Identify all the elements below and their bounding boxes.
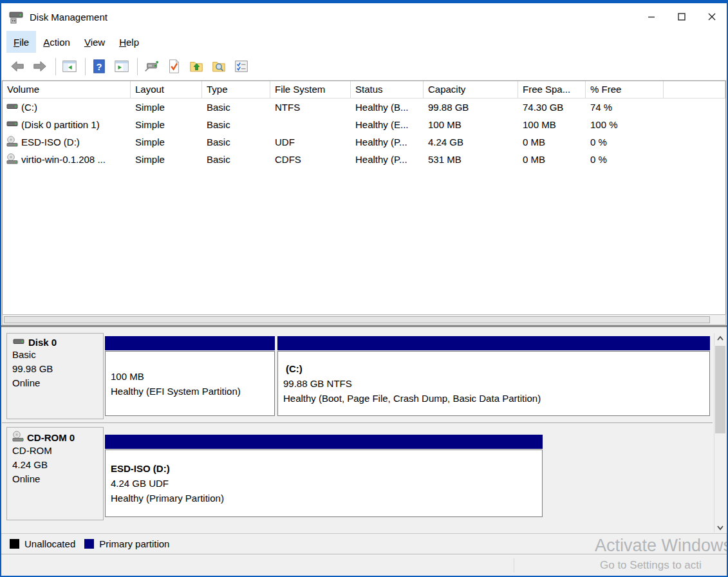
cell-type: Basic [202, 119, 270, 130]
column-header-pct-free[interactable]: % Free [586, 81, 664, 98]
volume-list: Volume Layout Type File System Status Ca… [2, 80, 726, 314]
toolbar-separator [137, 58, 138, 75]
horizontal-scrollbar[interactable] [2, 314, 726, 325]
volume-name: ESD-ISO (D:) [21, 137, 80, 147]
column-header-volume[interactable]: Volume [3, 81, 131, 98]
folder-search-icon[interactable] [210, 58, 227, 75]
table-row[interactable]: (Disk 0 partition 1) Simple Basic Health… [3, 116, 725, 133]
svg-text:?: ? [96, 62, 102, 72]
menu-help[interactable]: Help [112, 31, 146, 53]
minimize-button[interactable] [636, 3, 666, 30]
toolbar: ? [1, 53, 727, 80]
cell-capacity: 99.88 GB [424, 102, 518, 113]
primary-partition-swatch [84, 539, 94, 549]
column-header-layout[interactable]: Layout [131, 81, 202, 98]
table-row[interactable]: ESD-ISO (D:) Simple Basic UDF Healthy (P… [3, 133, 725, 151]
cell-layout: Simple [131, 137, 202, 147]
horizontal-scrollbar-thumb[interactable] [4, 316, 710, 323]
toolbar-separator [55, 58, 56, 75]
show-console-tree-icon[interactable] [61, 58, 78, 75]
disk-status: Online [12, 472, 103, 486]
maximize-button[interactable] [666, 3, 696, 30]
rescan-disks-icon[interactable] [143, 58, 160, 75]
partition-size: 99.88 GB NTFS [283, 376, 709, 391]
cell-capacity: 531 MB [424, 154, 518, 165]
back-icon[interactable] [9, 58, 26, 75]
disk-size: 99.98 GB [12, 362, 103, 376]
check-document-icon[interactable] [165, 58, 182, 75]
volume-name: virtio-win-0.1.208 ... [21, 154, 106, 165]
legend-label: Primary partition [99, 538, 169, 549]
cell-layout: Simple [131, 102, 202, 113]
cd-rom-icon [12, 431, 24, 444]
partition-c[interactable]: (C:) 99.88 GB NTFS Healthy (Boot, Page F… [277, 336, 710, 416]
help-icon[interactable]: ? [91, 58, 107, 75]
window-title: Disk Management [30, 12, 107, 23]
properties-checklist-icon[interactable] [233, 58, 250, 75]
partition-esd-iso[interactable]: ESD-ISO (D:) 4.24 GB UDF Healthy (Primar… [105, 435, 543, 517]
cell-layout: Simple [131, 154, 202, 165]
partition-efi[interactable]: 100 MB Healthy (EFI System Partition) [105, 336, 275, 416]
menu-file[interactable]: File [6, 31, 36, 53]
disk-name: Disk 0 [28, 337, 57, 348]
close-button[interactable] [696, 3, 727, 30]
cell-file-system: UDF [270, 137, 351, 147]
disk0-label-panel[interactable]: Disk 0 Basic 99.98 GB Online [6, 333, 104, 419]
cell-status: Healthy (P... [351, 154, 424, 165]
column-header-blank[interactable] [664, 81, 725, 98]
toolbar-separator [85, 58, 86, 75]
partition-status: Healthy (EFI System Partition) [111, 384, 274, 399]
cell-capacity: 4.24 GB [424, 137, 518, 147]
table-row[interactable]: (C:) Simple Basic NTFS Healthy (B... 99.… [3, 99, 725, 116]
vertical-scrollbar-thumb[interactable] [715, 346, 725, 433]
column-header-capacity[interactable]: Capacity [424, 81, 518, 98]
partition-color-band [105, 435, 543, 449]
show-action-pane-icon[interactable] [113, 58, 130, 75]
cell-free-space: 0 MB [518, 154, 586, 165]
column-header-free-space[interactable]: Free Spa... [518, 81, 586, 98]
cell-pct-free: 0 % [586, 137, 664, 147]
disk-name: CD-ROM 0 [27, 432, 75, 443]
folder-up-icon[interactable] [188, 58, 205, 75]
cell-file-system: NTFS [270, 102, 351, 113]
forward-icon[interactable] [32, 58, 48, 75]
scroll-down-icon[interactable] [714, 522, 726, 533]
hard-disk-icon [6, 102, 18, 113]
cell-file-system: CDFS [270, 154, 351, 165]
volume-list-header: Volume Layout Type File System Status Ca… [3, 81, 725, 99]
vertical-scrollbar[interactable] [714, 333, 726, 533]
window-controls [636, 3, 727, 30]
hard-disk-icon [6, 119, 18, 130]
graphical-view: Disk 0 Basic 99.98 GB Online 100 MB Heal… [2, 327, 726, 533]
disk-management-app-icon [9, 11, 23, 24]
scroll-up-icon[interactable] [714, 333, 726, 344]
cell-free-space: 74.30 GB [518, 102, 586, 113]
column-header-status[interactable]: Status [351, 81, 424, 98]
cell-capacity: 100 MB [424, 119, 518, 130]
cdrom0-label-panel[interactable]: CD-ROM 0 CD-ROM 4.24 GB Online [6, 427, 104, 520]
disk-kind: CD-ROM [12, 444, 103, 458]
cell-status: Healthy (B... [351, 102, 424, 113]
disk-row-separator [2, 422, 713, 423]
cell-type: Basic [202, 137, 270, 147]
legend-label: Unallocated [24, 538, 75, 549]
column-header-file-system[interactable]: File System [270, 81, 351, 98]
partition-color-band [105, 336, 275, 350]
cell-type: Basic [202, 154, 270, 165]
partition-size: 4.24 GB UDF [111, 476, 542, 491]
status-bar-divider [514, 558, 514, 572]
partition-name: ESD-ISO (D:) [111, 461, 542, 476]
partition-size: 100 MB [111, 369, 274, 384]
menu-view[interactable]: View [77, 31, 112, 53]
disk-status: Online [12, 376, 103, 390]
menu-action[interactable]: Action [36, 31, 77, 53]
disk-kind: Basic [12, 348, 103, 362]
table-row[interactable]: virtio-win-0.1.208 ... Simple Basic CDFS… [3, 151, 725, 168]
cell-layout: Simple [131, 119, 202, 130]
cd-rom-icon [6, 153, 18, 166]
column-header-type[interactable]: Type [202, 81, 270, 98]
volume-name: (C:) [21, 102, 37, 113]
cell-pct-free: 100 % [586, 119, 664, 130]
partition-status: Healthy (Boot, Page File, Crash Dump, Ba… [283, 391, 709, 406]
disk-management-window: Disk Management File Action View Help [0, 0, 728, 577]
